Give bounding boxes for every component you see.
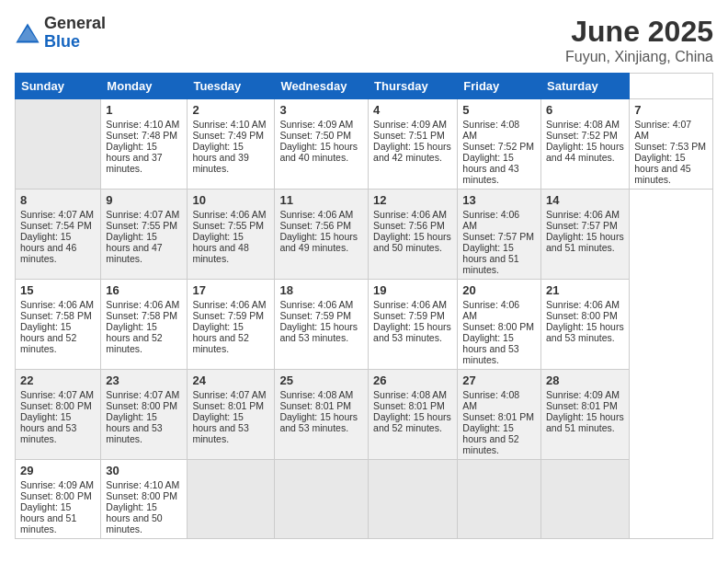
day-number: 9	[106, 193, 182, 207]
day-number: 28	[546, 373, 624, 387]
sunrise: Sunrise: 4:07 AM	[634, 119, 691, 141]
daylight: Daylight: 15 hours and 40 minutes.	[279, 141, 358, 163]
sunrise: Sunrise: 4:06 AM	[279, 299, 353, 310]
calendar-empty-cell	[458, 460, 541, 539]
calendar-day-cell: 5Sunrise: 4:08 AMSunset: 7:52 PMDaylight…	[458, 99, 541, 190]
daylight: Daylight: 15 hours and 42 minutes.	[373, 141, 451, 163]
sunrise: Sunrise: 4:06 AM	[192, 299, 266, 310]
daylight: Daylight: 15 hours and 53 minutes.	[279, 321, 358, 343]
calendar-day-cell: 30Sunrise: 4:10 AMSunset: 8:00 PMDayligh…	[101, 460, 188, 539]
sunrise: Sunrise: 4:08 AM	[462, 119, 519, 141]
calendar-week-row: 15Sunrise: 4:06 AMSunset: 7:58 PMDayligh…	[16, 280, 713, 370]
sunrise: Sunrise: 4:09 AM	[546, 389, 620, 400]
day-number: 24	[192, 373, 269, 387]
calendar-day-cell: 17Sunrise: 4:06 AMSunset: 7:59 PMDayligh…	[188, 280, 275, 370]
header-friday: Friday	[458, 74, 541, 99]
calendar-week-row: 8Sunrise: 4:07 AMSunset: 7:54 PMDaylight…	[16, 190, 713, 280]
sunrise: Sunrise: 4:07 AM	[106, 389, 179, 400]
daylight: Daylight: 15 hours and 53 minutes.	[192, 411, 248, 444]
sunrise: Sunrise: 4:08 AM	[373, 389, 447, 400]
calendar-day-cell: 11Sunrise: 4:06 AMSunset: 7:56 PMDayligh…	[275, 190, 369, 280]
day-number: 30	[106, 464, 182, 477]
daylight: Daylight: 15 hours and 44 minutes.	[546, 141, 624, 163]
header-thursday: Thursday	[369, 74, 458, 99]
day-number: 22	[20, 373, 96, 387]
daylight: Daylight: 15 hours and 51 minutes.	[462, 242, 518, 275]
day-number: 27	[462, 373, 536, 387]
calendar-day-cell: 22Sunrise: 4:07 AMSunset: 8:00 PMDayligh…	[16, 370, 101, 460]
day-number: 5	[462, 103, 536, 117]
sunset: Sunset: 7:54 PM	[20, 220, 92, 231]
logo-general: General	[44, 15, 106, 33]
sunset: Sunset: 7:50 PM	[279, 130, 351, 141]
month-title: June 2025	[565, 15, 713, 49]
day-number: 14	[546, 193, 624, 207]
calendar-day-cell: 6Sunrise: 4:08 AMSunset: 7:52 PMDaylight…	[541, 99, 630, 190]
day-number: 26	[373, 373, 452, 387]
daylight: Daylight: 15 hours and 50 minutes.	[373, 231, 451, 253]
daylight: Daylight: 15 hours and 37 minutes.	[106, 141, 162, 174]
calendar-day-cell: 13Sunrise: 4:06 AMSunset: 7:57 PMDayligh…	[458, 190, 541, 280]
sunset: Sunset: 7:51 PM	[373, 130, 445, 141]
day-number: 18	[279, 283, 363, 297]
sunset: Sunset: 7:55 PM	[106, 220, 177, 231]
sunset: Sunset: 8:00 PM	[546, 310, 618, 321]
sunrise: Sunrise: 4:07 AM	[106, 209, 179, 220]
sunset: Sunset: 7:58 PM	[20, 310, 92, 321]
calendar-day-cell: 8Sunrise: 4:07 AMSunset: 7:54 PMDaylight…	[16, 190, 101, 280]
sunrise: Sunrise: 4:08 AM	[546, 119, 620, 130]
logo-icon	[15, 20, 40, 46]
calendar-empty-cell	[541, 460, 630, 539]
calendar-empty-cell	[275, 460, 369, 539]
header: General Blue June 2025 Fuyun, Xinjiang, …	[15, 15, 713, 65]
day-number: 1	[106, 103, 182, 117]
calendar-day-cell: 14Sunrise: 4:06 AMSunset: 7:57 PMDayligh…	[541, 190, 630, 280]
sunset: Sunset: 8:00 PM	[20, 400, 92, 411]
calendar-day-cell: 16Sunrise: 4:06 AMSunset: 7:58 PMDayligh…	[101, 280, 188, 370]
day-number: 4	[373, 103, 452, 117]
calendar-empty-cell	[188, 460, 275, 539]
sunrise: Sunrise: 4:06 AM	[546, 299, 620, 310]
sunset: Sunset: 8:01 PM	[462, 411, 534, 422]
sunset: Sunset: 7:52 PM	[462, 141, 534, 152]
daylight: Daylight: 15 hours and 49 minutes.	[279, 231, 358, 253]
daylight: Daylight: 15 hours and 52 minutes.	[462, 422, 518, 455]
daylight: Daylight: 15 hours and 53 minutes.	[546, 321, 624, 343]
sunrise: Sunrise: 4:06 AM	[106, 299, 179, 310]
sunset: Sunset: 7:57 PM	[546, 220, 618, 231]
day-number: 6	[546, 103, 624, 117]
day-number: 13	[462, 193, 536, 207]
day-number: 12	[373, 193, 452, 207]
calendar-day-cell: 12Sunrise: 4:06 AMSunset: 7:56 PMDayligh…	[369, 190, 458, 280]
sunset: Sunset: 8:00 PM	[106, 490, 177, 501]
logo: General Blue	[15, 15, 106, 52]
calendar-day-cell: 1Sunrise: 4:10 AMSunset: 7:48 PMDaylight…	[101, 99, 188, 190]
sunrise: Sunrise: 4:10 AM	[106, 479, 179, 490]
sunset: Sunset: 8:00 PM	[462, 321, 534, 332]
daylight: Daylight: 15 hours and 52 minutes.	[106, 321, 162, 354]
calendar-day-cell: 25Sunrise: 4:08 AMSunset: 8:01 PMDayligh…	[275, 370, 369, 460]
calendar-day-cell: 21Sunrise: 4:06 AMSunset: 8:00 PMDayligh…	[541, 280, 630, 370]
logo-text: General Blue	[44, 15, 106, 52]
calendar-table: SundayMondayTuesdayWednesdayThursdayFrid…	[15, 73, 713, 539]
daylight: Daylight: 15 hours and 47 minutes.	[106, 231, 162, 264]
day-number: 7	[634, 103, 708, 117]
svg-marker-1	[18, 27, 38, 40]
sunset: Sunset: 7:59 PM	[279, 310, 351, 321]
sunset: Sunset: 8:01 PM	[546, 400, 618, 411]
calendar-empty-cell	[16, 99, 101, 190]
header-saturday: Saturday	[541, 74, 630, 99]
sunrise: Sunrise: 4:09 AM	[373, 119, 447, 130]
calendar-day-cell: 15Sunrise: 4:06 AMSunset: 7:58 PMDayligh…	[16, 280, 101, 370]
day-number: 3	[279, 103, 363, 117]
day-number: 25	[279, 373, 363, 387]
calendar-body: 1Sunrise: 4:10 AMSunset: 7:48 PMDaylight…	[16, 99, 713, 539]
sunset: Sunset: 7:49 PM	[192, 130, 264, 141]
day-number: 8	[20, 193, 96, 207]
day-number: 29	[20, 464, 96, 477]
daylight: Daylight: 15 hours and 53 minutes.	[20, 411, 76, 444]
sunrise: Sunrise: 4:07 AM	[192, 389, 266, 400]
sunrise: Sunrise: 4:06 AM	[462, 299, 519, 321]
day-number: 20	[462, 283, 536, 297]
calendar-header-row: SundayMondayTuesdayWednesdayThursdayFrid…	[16, 74, 713, 99]
